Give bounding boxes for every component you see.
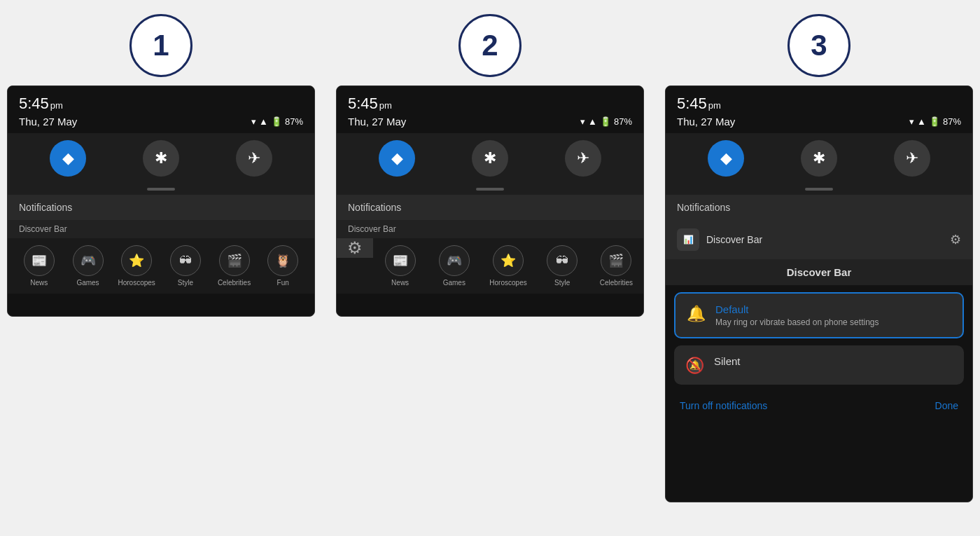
date-3: Thu, 27 May bbox=[677, 116, 735, 128]
app-horoscopes-1[interactable]: ⭐ Horoscopes bbox=[112, 245, 161, 287]
default-desc: May ring or vibrate based on phone setti… bbox=[715, 317, 878, 327]
swipe-bar-3 bbox=[805, 188, 833, 191]
status-icons-1: ▾ ▲ 🔋 87% bbox=[251, 116, 303, 127]
discover-app-icon: 📊 bbox=[677, 228, 699, 251]
bell-slash-icon: 🔕 bbox=[685, 357, 704, 375]
bottom-actions: Turn off notifications Done bbox=[666, 392, 972, 420]
signal-icon: ▲ bbox=[259, 116, 268, 127]
battery-pct-1: 87% bbox=[285, 116, 303, 127]
app-fun-1[interactable]: 🦉 Fun bbox=[258, 245, 307, 287]
discover-bar-row-3: 📊 Discover Bar ⚙ bbox=[666, 220, 972, 259]
app-games-2[interactable]: 🎮 Games bbox=[427, 245, 481, 287]
silent-title: Silent bbox=[714, 355, 741, 367]
airplane-toggle-1[interactable]: ✈ bbox=[236, 140, 272, 177]
discover-icon: 📊 bbox=[683, 235, 694, 245]
horoscopes-label-1: Horoscopes bbox=[118, 279, 155, 287]
date-2: Thu, 27 May bbox=[348, 116, 406, 128]
app-games-1[interactable]: 🎮 Games bbox=[64, 245, 113, 287]
default-option[interactable]: 🔔 Default May ring or vibrate based on p… bbox=[674, 292, 964, 338]
style-icon-2: 🕶 bbox=[547, 245, 578, 276]
settings-overlay-icon[interactable]: ⚙ bbox=[337, 238, 373, 258]
news-label-2: News bbox=[391, 279, 409, 287]
quick-toggles-3: ◆ ✱ ✈ bbox=[666, 133, 972, 184]
turn-off-notifications-button[interactable]: Turn off notifications bbox=[680, 400, 767, 411]
quick-toggles-1: ◆ ✱ ✈ bbox=[8, 133, 314, 184]
bluetooth-toggle-1[interactable]: ✱ bbox=[143, 140, 179, 177]
battery-icon-3: 🔋 bbox=[929, 116, 940, 127]
games-icon-1: 🎮 bbox=[73, 245, 104, 276]
swipe-indicator-1 bbox=[8, 184, 314, 195]
screen-2: 5:45pm Thu, 27 May ▾ ▲ 🔋 87% ◆ ✱ ✈ bbox=[336, 85, 644, 317]
app-style-1[interactable]: 🕶 Style bbox=[161, 245, 210, 287]
wifi-toggle-1[interactable]: ◆ bbox=[50, 140, 86, 177]
step-3-number: 3 bbox=[811, 29, 827, 62]
bluetooth-icon-2: ✱ bbox=[484, 149, 496, 167]
app-celebrities-1[interactable]: 🎬 Celebrities bbox=[210, 245, 259, 287]
status-icons-2: ▾ ▲ 🔋 87% bbox=[580, 116, 632, 127]
style-label-2: Style bbox=[554, 279, 570, 287]
wifi-toggle-2[interactable]: ◆ bbox=[379, 140, 415, 177]
step-1-number: 1 bbox=[153, 29, 169, 62]
quick-toggles-2: ◆ ✱ ✈ bbox=[337, 133, 643, 184]
notifications-header-3: Notifications bbox=[666, 195, 972, 220]
done-button[interactable]: Done bbox=[935, 400, 958, 411]
notifications-header-1: Notifications bbox=[8, 195, 314, 220]
step-3-circle: 3 bbox=[788, 14, 850, 77]
screen-1: 5:45pm Thu, 27 May ▾ ▲ 🔋 87% ◆ ✱ ✈ bbox=[7, 85, 315, 317]
status-bar-3: 5:45pm Thu, 27 May ▾ ▲ 🔋 87% bbox=[666, 86, 972, 133]
app-style-2[interactable]: 🕶 Style bbox=[536, 245, 589, 287]
bluetooth-toggle-3[interactable]: ✱ bbox=[801, 140, 837, 177]
news-icon-2: 📰 bbox=[385, 245, 416, 276]
bluetooth-icon-1: ✱ bbox=[155, 149, 167, 167]
swipe-indicator-2 bbox=[337, 184, 643, 195]
silent-option[interactable]: 🔕 Silent bbox=[674, 345, 964, 385]
status-row-3: Thu, 27 May ▾ ▲ 🔋 87% bbox=[677, 113, 961, 130]
notifications-header-2: Notifications bbox=[337, 195, 643, 220]
battery-icon: 🔋 bbox=[271, 116, 282, 127]
step-1-circle: 1 bbox=[130, 14, 192, 77]
app-celebrities-2[interactable]: 🎬 Celebrities bbox=[589, 245, 643, 287]
bluetooth-toggle-2[interactable]: ✱ bbox=[472, 140, 508, 177]
airplane-toggle-3[interactable]: ✈ bbox=[894, 140, 930, 177]
default-title: Default bbox=[715, 303, 878, 315]
date-1: Thu, 27 May bbox=[19, 116, 77, 128]
status-row-2: Thu, 27 May ▾ ▲ 🔋 87% bbox=[348, 113, 632, 130]
airplane-icon-2: ✈ bbox=[577, 149, 589, 167]
wifi-icon-2: ◆ bbox=[391, 149, 403, 167]
app-horoscopes-2[interactable]: ⭐ Horoscopes bbox=[481, 245, 535, 287]
step-2-number: 2 bbox=[482, 29, 498, 62]
discover-bar-label-2: Discover Bar bbox=[337, 220, 643, 238]
discover-bar-name-3: Discover Bar bbox=[706, 234, 762, 245]
celebrities-label-2: Celebrities bbox=[600, 279, 633, 287]
news-label-1: News bbox=[30, 279, 48, 287]
discover-bar-left: 📊 Discover Bar bbox=[677, 228, 762, 251]
step-1-wrapper: 1 5:45pm Thu, 27 May ▾ ▲ 🔋 87% ◆ bbox=[7, 14, 315, 317]
swipe-bar-1 bbox=[147, 188, 175, 191]
step-2-wrapper: 2 5:45pm Thu, 27 May ▾ ▲ 🔋 87% ◆ bbox=[336, 14, 644, 317]
wifi-toggle-3[interactable]: ◆ bbox=[708, 140, 744, 177]
gear-icon-2: ⚙ bbox=[347, 238, 363, 258]
wifi-status-icon: ▾ bbox=[251, 116, 256, 127]
wifi-status-icon-2: ▾ bbox=[580, 116, 585, 127]
horoscopes-label-2: Horoscopes bbox=[489, 279, 526, 287]
style-label-1: Style bbox=[178, 279, 193, 287]
step-3-wrapper: 3 5:45pm Thu, 27 May ▾ ▲ 🔋 87% ◆ bbox=[665, 14, 973, 502]
signal-icon-3: ▲ bbox=[917, 116, 926, 127]
wifi-icon-1: ◆ bbox=[62, 149, 74, 167]
status-bar-2: 5:45pm Thu, 27 May ▾ ▲ 🔋 87% bbox=[337, 86, 643, 133]
app-news-2[interactable]: 📰 News bbox=[373, 245, 427, 287]
swipe-bar-2 bbox=[476, 188, 504, 191]
horoscopes-icon-1: ⭐ bbox=[121, 245, 152, 276]
silent-option-text: Silent bbox=[714, 355, 741, 367]
games-label-2: Games bbox=[443, 279, 465, 287]
battery-pct-2: 87% bbox=[614, 116, 632, 127]
status-bar-1: 5:45pm Thu, 27 May ▾ ▲ 🔋 87% bbox=[8, 86, 314, 133]
app-news-1[interactable]: 📰 News bbox=[15, 245, 64, 287]
time-2: 5:45pm bbox=[348, 95, 392, 112]
default-option-text: Default May ring or vibrate based on pho… bbox=[715, 303, 878, 327]
gear-icon-3[interactable]: ⚙ bbox=[950, 232, 961, 247]
discover-bar-label-1: Discover Bar bbox=[8, 220, 314, 238]
airplane-toggle-2[interactable]: ✈ bbox=[565, 140, 601, 177]
fun-icon-1: 🦉 bbox=[267, 245, 298, 276]
status-icons-3: ▾ ▲ 🔋 87% bbox=[909, 116, 961, 127]
